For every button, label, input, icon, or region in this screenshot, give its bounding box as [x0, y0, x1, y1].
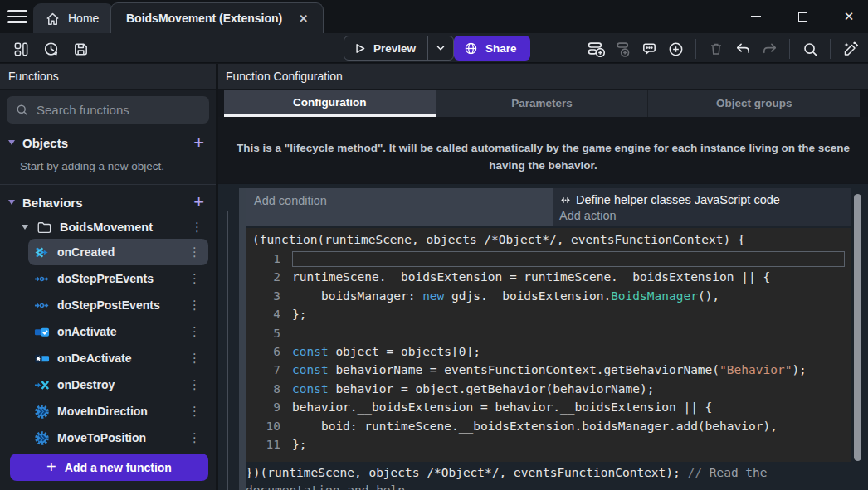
search-icon [15, 103, 29, 117]
function-label: doStepPreEvents [57, 272, 177, 285]
code-line[interactable]: 11}; [252, 435, 845, 454]
code-line[interactable]: 9behavior.__boidsExtension = behavior.__… [252, 398, 845, 416]
code-line[interactable]: 2runtimeScene.__boidsExtension = runtime… [252, 268, 845, 286]
code-token: // [688, 466, 710, 479]
add-subevent-icon[interactable] [612, 38, 633, 60]
vertical-scrollbar[interactable] [854, 194, 861, 461]
code-line[interactable]: 10 boid: runtimeScene.__boidsExtension.b… [252, 417, 845, 435]
code-token: behavior.__boidsExtension = behavior.__b… [292, 400, 712, 414]
code-line[interactable]: 7const behaviorName = eventsFunctionCont… [252, 361, 845, 379]
chevron-down-icon [435, 42, 446, 54]
code-line[interactable]: 8const behavior = object.getBehavior(beh… [252, 380, 845, 398]
chevron-down-icon [22, 225, 28, 230]
js-code-editor[interactable]: (function(runtimeScene, objects /*Object… [246, 228, 851, 462]
kebab-menu-icon[interactable]: ⋮ [184, 430, 205, 445]
preview-button[interactable]: Preview [344, 36, 454, 61]
active-line-cursor[interactable] [292, 251, 845, 267]
conditions-column[interactable]: Add condition [246, 188, 553, 226]
gear-icon [34, 404, 50, 420]
search-functions-box[interactable] [7, 96, 209, 124]
edit-extension-icon[interactable] [840, 38, 861, 60]
line-number: 8 [252, 380, 280, 398]
js-event-title[interactable]: Define helper classes JavaScript code [559, 191, 845, 209]
function-item-moveindirection[interactable]: MoveInDirection ⋮ [28, 398, 208, 425]
add-action-button[interactable]: Add action [559, 209, 845, 226]
divider [0, 184, 216, 185]
destroy-icon [34, 377, 50, 393]
add-comment-icon[interactable] [638, 38, 660, 60]
function-item-movetoposition[interactable]: MoveToPosition ⋮ [28, 425, 208, 451]
spawn-icon [34, 245, 50, 260]
functions-sidebar: Functions Objects + Start by adding a ne… [0, 64, 218, 490]
tab-configuration[interactable]: Configuration [224, 90, 436, 117]
add-behavior-button[interactable]: + [190, 194, 207, 211]
save-icon[interactable] [70, 38, 91, 60]
code-token: const [292, 382, 329, 395]
add-new-function-button[interactable]: + Add a new function [10, 454, 208, 481]
function-item-ondeactivate[interactable]: onDeActivate ⋮ [28, 345, 208, 371]
maximize-button[interactable] [792, 6, 813, 27]
add-function-label: Add a new function [65, 461, 172, 474]
section-label: Objects [22, 136, 183, 150]
kebab-menu-icon[interactable]: ⋮ [184, 324, 205, 339]
function-item-onactivate[interactable]: onActivate ⋮ [28, 318, 208, 345]
kebab-menu-icon[interactable]: ⋮ [184, 351, 205, 366]
folder-icon [37, 220, 51, 235]
function-item-oncreated[interactable]: onCreated ⋮ [28, 239, 208, 265]
search-functions-input[interactable] [37, 103, 202, 117]
kebab-menu-icon[interactable]: ⋮ [184, 271, 205, 286]
behavior-folder-boidsmovement[interactable]: BoidsMovement ⋮ [0, 215, 216, 239]
sidebar-section-objects[interactable]: Objects + [0, 130, 216, 155]
code-line[interactable]: 3 boidsManager: new gdjs.__boidsExtensio… [252, 287, 845, 305]
kebab-menu-icon[interactable]: ⋮ [184, 404, 205, 419]
add-condition-button[interactable]: Add condition [254, 194, 544, 207]
minimize-button[interactable] [745, 6, 767, 27]
delete-icon[interactable] [705, 38, 727, 60]
history-icon[interactable] [40, 38, 61, 60]
share-label: Share [485, 42, 517, 55]
code-line[interactable]: 1 [252, 250, 845, 268]
preview-dropdown-button[interactable] [427, 36, 453, 60]
kebab-menu-icon[interactable]: ⋮ [187, 220, 207, 235]
function-item-dosteppostevents[interactable]: doStepPostEvents ⋮ [28, 292, 208, 318]
toolbar-separator [695, 39, 696, 59]
line-number: 10 [252, 417, 280, 435]
kebab-menu-icon[interactable]: ⋮ [184, 298, 205, 313]
add-other-event-icon[interactable] [665, 38, 686, 60]
sidebar-title: Functions [0, 64, 216, 90]
kebab-menu-icon[interactable]: ⋮ [184, 245, 205, 260]
redo-icon[interactable] [758, 38, 780, 60]
search-icon[interactable] [799, 38, 821, 60]
event-drag-handle[interactable] [239, 188, 246, 490]
sidebar-section-behaviors[interactable]: Behaviors + [0, 190, 216, 215]
tab-home[interactable]: Home [33, 3, 114, 33]
toolbar-separator [830, 39, 831, 59]
titlebar: Home BoidsMovement (Extension) ✕ ✕ [0, 0, 868, 33]
close-window-button[interactable]: ✕ [838, 6, 860, 27]
function-label: onActivate [57, 325, 177, 338]
undo-icon[interactable] [732, 38, 753, 60]
project-manager-icon[interactable] [10, 38, 32, 60]
function-item-dosteppreevents[interactable]: doStepPreEvents ⋮ [28, 265, 208, 292]
event-indent-rail [227, 357, 235, 357]
toolbar: Preview Share [0, 33, 868, 63]
tab-extension[interactable]: BoidsMovement (Extension) ✕ [110, 2, 324, 33]
share-button[interactable]: Share [454, 36, 530, 61]
add-object-button[interactable]: + [190, 134, 207, 151]
panel-title: Function Configuration [218, 64, 868, 90]
close-icon[interactable]: ✕ [295, 11, 311, 27]
code-line[interactable]: 5 [252, 324, 845, 342]
globe-icon [464, 41, 478, 56]
code-line[interactable]: 6const object = objects[0]; [252, 342, 845, 361]
menu-icon[interactable] [7, 7, 27, 26]
tab-object-groups[interactable]: Object groups [648, 90, 860, 117]
line-number: 5 [252, 324, 280, 342]
tab-parameters[interactable]: Parameters [436, 90, 649, 117]
chevron-down-icon [8, 200, 15, 205]
kebab-menu-icon[interactable]: ⋮ [184, 377, 205, 392]
event-indent-rail [227, 211, 235, 490]
code-line[interactable]: 4}; [252, 305, 845, 323]
function-item-ondestroy[interactable]: onDestroy ⋮ [28, 371, 208, 398]
toggle-on-icon [34, 324, 50, 340]
add-event-icon[interactable] [585, 38, 607, 60]
